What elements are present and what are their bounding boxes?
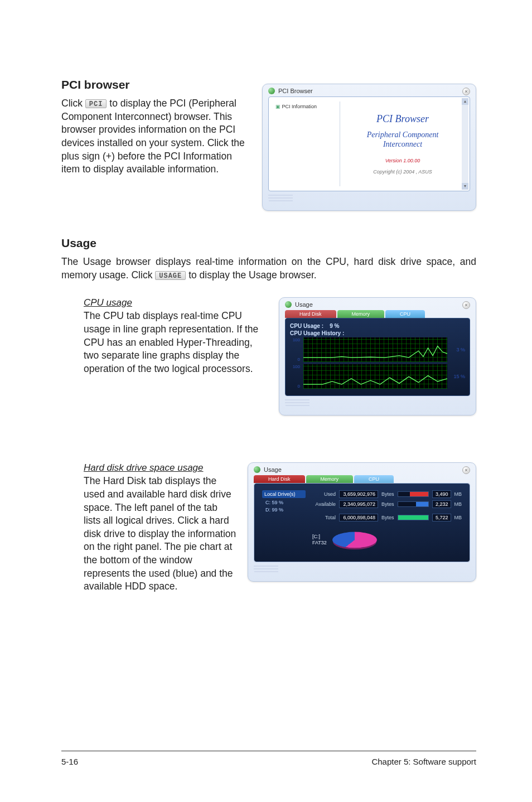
hdd-avail-mb-unit: MB: [454, 501, 462, 507]
pci-subheading: Peripheral ComponentInterconnect: [367, 131, 439, 149]
cpu-pct-1: 3 %: [451, 347, 465, 352]
hdd-used-label: Used: [312, 491, 336, 497]
scroll-up-icon[interactable]: ▴: [462, 98, 468, 105]
tab-cpu[interactable]: CPU: [354, 475, 394, 483]
pci-body: Click PCI to display the PCI (Peripheral…: [61, 97, 251, 176]
hdd-total-bytes-unit: Bytes: [381, 515, 394, 520]
usage-section-title: Usage: [61, 236, 476, 250]
hdd-used-bytes-unit: Bytes: [381, 491, 394, 497]
window-grip-icon: [285, 399, 309, 407]
scroll-down-icon[interactable]: ▾: [462, 183, 468, 190]
hdd-drive-c[interactable]: C: 59 %: [262, 499, 306, 506]
pci-heading: PCI Browser: [376, 113, 429, 125]
page-footer: 5-16 Chapter 5: Software support: [61, 751, 476, 766]
globe-icon: [254, 466, 260, 473]
window-grip-icon: [254, 566, 278, 573]
hdd-row-used: Used 3,659,902,976 Bytes 3,490 MB: [312, 490, 462, 498]
hdd-avail-bytes-unit: Bytes: [381, 501, 394, 507]
pci-browser-window: PCI Browser × PCI Information PCI Browse…: [262, 84, 476, 211]
scrollbar[interactable]: ▴ ▾: [462, 98, 468, 190]
usage-cpu-window-title: Usage: [295, 301, 313, 308]
hdd-pie-labels: [C:] FAT32: [312, 534, 327, 547]
cpu-usage-label: CPU Usage :: [290, 323, 323, 329]
chapter-label: Chapter 5: Software support: [371, 757, 476, 766]
hdd-total-mb: 5,722: [432, 514, 451, 521]
usage-body: The Usage browser displays real-time inf…: [61, 255, 476, 282]
cpu-usage-value: 9 %: [330, 323, 339, 329]
tab-cpu[interactable]: CPU: [385, 310, 425, 318]
cpu-history-label: CPU Usage History :: [290, 330, 465, 336]
page-number: 5-16: [61, 757, 78, 766]
pci-body-pre: Click: [61, 98, 85, 109]
hdd-used-bytes: 3,659,902,976: [339, 490, 378, 498]
cpu-pct-2: 15 %: [451, 374, 465, 379]
tab-memory[interactable]: Memory: [306, 475, 354, 483]
usage-body-post: to display the Usage browser.: [188, 269, 317, 281]
hdd-avail-label: Available: [312, 501, 336, 507]
pci-tree[interactable]: PCI Information: [273, 102, 340, 186]
hdd-total-bytes: 6,000,898,048: [339, 514, 378, 521]
hdd-avail-bytes: 2,340,995,072: [339, 500, 378, 508]
hdd-avail-mb: 2,232: [432, 500, 451, 508]
hdd-drive-list-header: Local Drive(s): [262, 490, 306, 498]
cpu-y-bot: 0: [290, 357, 300, 362]
pci-body-post: to display the PCI (Peripheral Component…: [61, 98, 245, 175]
pci-content-pane: PCI Browser Peripheral ComponentIntercon…: [340, 102, 465, 186]
pci-copyright: Copyright (c) 2004 , ASUS: [373, 169, 432, 175]
pci-inline-button-icon: PCI: [85, 99, 107, 108]
hdd-used-bar: [398, 491, 429, 497]
globe-icon: [268, 88, 275, 94]
hdd-total-mb-unit: MB: [454, 515, 462, 520]
pci-tree-root[interactable]: PCI Information: [275, 104, 337, 109]
hdd-drive-d[interactable]: D: 99 %: [262, 506, 306, 514]
tab-hard-disk[interactable]: Hard Disk: [254, 475, 305, 483]
cpu-subhead: CPU usage: [84, 297, 268, 308]
pci-version: Version 1.00.00: [385, 158, 420, 163]
cpu-y-bot-2: 0: [290, 384, 300, 389]
hdd-drive-list: Local Drive(s) C: 59 % D: 99 %: [260, 488, 308, 556]
hdd-row-available: Available 2,340,995,072 Bytes 2,232 MB: [312, 500, 462, 508]
hdd-avail-bar: [398, 501, 429, 507]
cpu-graph-2: [303, 364, 447, 389]
usage-hdd-window: Usage × Hard Disk Memory CPU Local Drive…: [248, 462, 476, 582]
hdd-row-total: Total 6,000,898,048 Bytes 5,722 MB: [312, 514, 462, 521]
usage-hdd-window-title: Usage: [264, 466, 282, 473]
cpu-body: The CPU tab displays real-time CPU usage…: [84, 310, 268, 375]
usage-inline-button-icon: USAGE: [155, 271, 186, 280]
tab-memory[interactable]: Memory: [337, 310, 385, 318]
pci-window-title: PCI Browser: [278, 88, 313, 94]
hdd-used-mb: 3,490: [432, 490, 451, 498]
hdd-total-label: Total: [312, 515, 336, 520]
hdd-total-bar: [398, 515, 429, 520]
hdd-used-mb-unit: MB: [454, 491, 462, 497]
globe-icon: [285, 301, 292, 308]
hdd-drive-label: [C:]: [312, 534, 327, 540]
hdd-subhead: Hard disk drive space usage: [84, 462, 236, 474]
usage-cpu-window: Usage × Hard Disk Memory CPU CPU Usage :…: [279, 297, 476, 416]
tab-hard-disk[interactable]: Hard Disk: [285, 310, 336, 318]
cpu-y-top: 100: [290, 337, 300, 342]
window-grip-icon: [268, 195, 293, 202]
cpu-graph-1: [303, 337, 447, 362]
close-icon[interactable]: ×: [462, 88, 470, 95]
pci-section-title: PCI browser: [61, 78, 251, 91]
cpu-y-top-2: 100: [290, 364, 300, 369]
hdd-pie-chart-icon: [332, 532, 377, 548]
hdd-body: The Hard Disk tab displays the used and …: [84, 475, 236, 593]
hdd-fs-label: FAT32: [312, 540, 327, 547]
